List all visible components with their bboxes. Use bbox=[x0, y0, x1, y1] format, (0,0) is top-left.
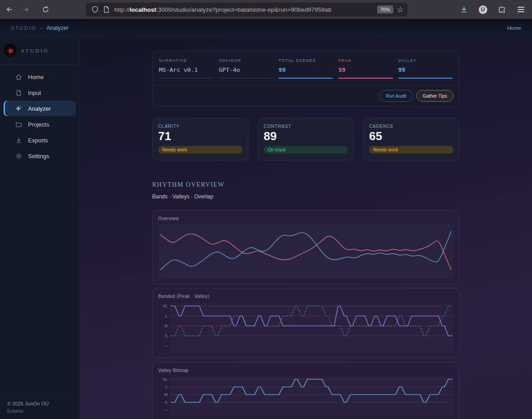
zoom-level-badge[interactable]: 70% bbox=[377, 5, 393, 14]
valley-input[interactable]: 99 bbox=[398, 66, 453, 79]
studio-logo-icon: ★ bbox=[4, 44, 17, 57]
chart-title: Banded (Peak · Valley) bbox=[158, 293, 453, 299]
sidebar-item-label: Settings bbox=[28, 153, 49, 160]
field-valley: VALLEY 99 bbox=[398, 58, 453, 85]
forward-icon[interactable] bbox=[19, 3, 33, 16]
location-text: Estonia bbox=[7, 408, 72, 414]
peak-input[interactable]: 59 bbox=[338, 66, 392, 79]
extensions-puzzle-icon[interactable] bbox=[495, 3, 509, 16]
sidebar-item-settings[interactable]: Settings bbox=[4, 148, 76, 164]
metric-value: 89 bbox=[264, 130, 348, 143]
status-badge: On track bbox=[264, 146, 348, 154]
field-narrative: NARRATIVE MS-Arc v0.1 bbox=[159, 58, 213, 85]
main-content: NARRATIVE MS-Arc v0.1 ADVISOR GPT-4o TOT… bbox=[80, 37, 532, 419]
sidebar-item-projects[interactable]: Projects bbox=[4, 117, 76, 132]
svg-text:XL: XL bbox=[163, 377, 168, 381]
reload-icon[interactable] bbox=[39, 3, 52, 16]
breadcrumb-chevron-icon: › bbox=[41, 25, 42, 32]
downloads-icon[interactable] bbox=[457, 3, 471, 16]
cadence-card: CADENCE 65 Needs work bbox=[363, 118, 459, 160]
advisor-input[interactable]: GPT-4o bbox=[219, 66, 273, 78]
sidebar-item-analyzer[interactable]: Analyzer bbox=[4, 101, 76, 116]
bookmark-star-icon[interactable]: ☆ bbox=[397, 6, 404, 14]
field-label: PEAK bbox=[338, 58, 392, 63]
screen: http://localhost:3000/studio/analyze?pro… bbox=[0, 0, 532, 419]
breadcrumb-current: Analyzer bbox=[47, 25, 69, 31]
gear-icon bbox=[15, 153, 22, 160]
sidebar-footer: © 2025 JsisOn OÜ Estonia bbox=[0, 396, 79, 419]
run-audit-button[interactable]: Run Audit bbox=[379, 90, 413, 102]
field-total-scenes: TOTAL SCENES 99 bbox=[279, 58, 333, 85]
clarity-card: CLARITY 71 Needs work bbox=[152, 118, 248, 160]
svg-text:S: S bbox=[165, 334, 168, 338]
menu-icon[interactable] bbox=[514, 3, 527, 16]
valley-bitmap-chart-card: Valley Bitmap XLLMS— bbox=[152, 362, 459, 419]
svg-text:L: L bbox=[165, 385, 168, 389]
browser-toolbar: http://localhost:3000/studio/analyze?pro… bbox=[0, 0, 532, 19]
sidebar: ★ STUDIO Home Input Analyzer Pr bbox=[0, 37, 80, 419]
overview-plot-area bbox=[158, 224, 453, 279]
panel-actions: Run Audit Gather Tips bbox=[153, 85, 459, 106]
sidebar-item-exports[interactable]: Exports bbox=[4, 132, 76, 148]
sidebar-item-label: Analyzer bbox=[28, 105, 51, 112]
ublock-extension-icon[interactable]: U bbox=[476, 3, 490, 16]
document-icon bbox=[15, 89, 22, 96]
svg-text:—: — bbox=[164, 344, 168, 348]
total-scenes-input[interactable]: 99 bbox=[279, 66, 333, 79]
overview-chart bbox=[159, 226, 453, 277]
toolbar-actions: U bbox=[457, 0, 527, 19]
svg-text:M: M bbox=[164, 392, 168, 397]
shield-icon[interactable] bbox=[92, 6, 98, 13]
url-bar[interactable]: http://localhost:3000/studio/analyze?pro… bbox=[86, 3, 407, 16]
svg-text:M: M bbox=[164, 324, 168, 328]
metric-label: CADENCE bbox=[369, 124, 453, 129]
sidebar-item-home[interactable]: Home bbox=[4, 69, 76, 85]
run-config-panel: NARRATIVE MS-Arc v0.1 ADVISOR GPT-4o TOT… bbox=[152, 51, 459, 107]
banded-chart-card: Banded (Peak · Valley) XLLMS— bbox=[152, 288, 459, 358]
metric-value: 65 bbox=[369, 130, 453, 143]
back-icon[interactable] bbox=[3, 3, 16, 16]
sidebar-item-input[interactable]: Input bbox=[4, 85, 76, 100]
home-link[interactable]: Home bbox=[507, 25, 521, 31]
section-subtitle: Bands · Valleys · Overlap bbox=[152, 193, 459, 200]
sidebar-item-label: Home bbox=[28, 74, 44, 80]
breadcrumb-root[interactable]: STUDIO bbox=[11, 25, 37, 31]
svg-text:—: — bbox=[164, 408, 168, 412]
brand[interactable]: ★ STUDIO bbox=[0, 37, 79, 65]
field-label: TOTAL SCENES bbox=[279, 58, 333, 63]
svg-text:L: L bbox=[165, 314, 168, 318]
metric-label: CONTRAST bbox=[264, 124, 348, 129]
svg-text:XL: XL bbox=[163, 304, 168, 308]
narrative-input[interactable]: MS-Arc v0.1 bbox=[159, 66, 213, 78]
svg-text:S: S bbox=[165, 400, 168, 405]
banded-chart: XLLMS— bbox=[158, 301, 454, 352]
url-text: http://localhost:3000/studio/analyze?pro… bbox=[114, 6, 377, 13]
app-header: STUDIO › Analyzer Home bbox=[0, 19, 532, 37]
valley-bitmap-chart: XLLMS— bbox=[158, 376, 454, 417]
field-label: VALLEY bbox=[398, 58, 453, 63]
contrast-card: CONTRAST 89 On track bbox=[258, 118, 354, 160]
sidebar-item-label: Input bbox=[28, 89, 41, 96]
folder-icon bbox=[15, 121, 22, 128]
metric-value: 71 bbox=[158, 130, 243, 143]
brand-name: STUDIO bbox=[21, 48, 49, 53]
field-peak: PEAK 59 bbox=[338, 58, 392, 85]
run-fields: NARRATIVE MS-Arc v0.1 ADVISOR GPT-4o TOT… bbox=[153, 51, 459, 85]
page-icon[interactable] bbox=[103, 6, 109, 13]
field-label: NARRATIVE bbox=[159, 58, 213, 63]
metric-cards: CLARITY 71 Needs work CONTRAST 89 On tra… bbox=[152, 118, 459, 160]
sidebar-nav: Home Input Analyzer Projects Exports bbox=[0, 69, 79, 164]
chart-title: Overview bbox=[158, 216, 453, 221]
sparkles-icon bbox=[15, 105, 22, 112]
home-icon bbox=[15, 74, 22, 80]
overview-chart-card: Overview bbox=[152, 210, 459, 284]
field-advisor: ADVISOR GPT-4o bbox=[219, 58, 273, 85]
metric-label: CLARITY bbox=[158, 124, 243, 129]
download-icon bbox=[15, 137, 22, 144]
gather-tips-button[interactable]: Gather Tips bbox=[416, 90, 453, 102]
sidebar-item-label: Projects bbox=[28, 121, 49, 128]
chart-title: Valley Bitmap bbox=[158, 367, 453, 373]
field-label: ADVISOR bbox=[219, 58, 273, 63]
section-title: RHYTHM OVERVIEW bbox=[152, 181, 459, 188]
status-badge: Needs work bbox=[158, 146, 243, 154]
